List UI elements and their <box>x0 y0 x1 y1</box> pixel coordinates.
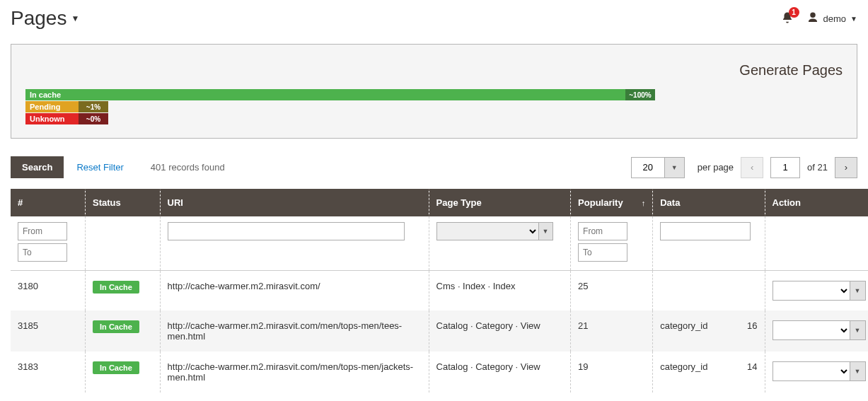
row-action-select[interactable] <box>772 361 850 381</box>
cell-uri: http://cache-warmer.m2.mirasvit.com/men/… <box>160 351 429 393</box>
table-row: 3185 In Cache http://cache-warmer.m2.mir… <box>11 310 868 351</box>
prev-page-button[interactable]: ‹ <box>741 157 763 178</box>
notification-count-badge: 1 <box>789 7 799 18</box>
generate-panel: Generate Pages In cache ~100% Pending ~1… <box>11 44 857 139</box>
cell-status: In Cache <box>86 271 161 311</box>
caret-down-icon: ▼ <box>855 368 861 375</box>
filter-page-type-caret[interactable]: ▼ <box>539 222 553 240</box>
page-number-input[interactable] <box>770 157 800 178</box>
status-badge: In Cache <box>93 361 139 374</box>
cell-data: category_id 16 <box>653 310 765 351</box>
cell-id: 3183 <box>11 351 86 393</box>
filter-pop-to[interactable] <box>578 243 627 262</box>
cell-page-type: Catalog · Category · View <box>429 351 571 393</box>
filter-id-to[interactable] <box>18 243 67 262</box>
chevron-left-icon: ‹ <box>751 162 753 173</box>
title-dropdown-caret-icon: ▼ <box>71 13 79 23</box>
filter-pop-from[interactable] <box>578 222 627 240</box>
header-right: 1 demo ▼ <box>781 11 857 26</box>
data-val: 16 <box>747 320 757 331</box>
cell-status: In Cache <box>86 351 161 393</box>
data-key: category_id <box>660 320 707 331</box>
page-title-area[interactable]: Pages ▼ <box>11 7 79 30</box>
per-page-label: per page <box>698 162 734 173</box>
bar-unknown-label: Unknown <box>30 115 65 123</box>
search-button[interactable]: Search <box>11 156 64 178</box>
col-header-status[interactable]: Status <box>86 189 161 216</box>
reset-filter-link[interactable]: Reset Filter <box>76 162 123 173</box>
per-page-selector: ▼ <box>631 157 685 178</box>
cell-page-type: Catalog · Category · View <box>429 310 571 351</box>
user-icon <box>806 11 819 26</box>
col-header-action[interactable]: Action <box>765 189 868 216</box>
table-row: 3183 In Cache http://cache-warmer.m2.mir… <box>11 351 868 393</box>
filter-id-from[interactable] <box>18 222 67 240</box>
chevron-right-icon: › <box>845 162 847 173</box>
status-bars: In cache ~100% Pending ~1% Unknown ~0% <box>25 89 662 124</box>
bar-pending: Pending ~1% <box>25 101 662 112</box>
col-header-id[interactable]: # <box>11 189 86 216</box>
data-val: 14 <box>747 361 757 372</box>
cell-page-type: Cms · Index · Index <box>429 271 571 311</box>
next-page-button[interactable]: › <box>835 157 857 178</box>
bar-pending-pct: ~1% <box>79 101 108 112</box>
caret-down-icon: ▼ <box>855 287 861 294</box>
col-header-page-type[interactable]: Page Type <box>429 189 571 216</box>
cell-uri: http://cache-warmer.m2.mirasvit.com/men/… <box>160 310 429 351</box>
col-header-popularity[interactable]: Popularity↑ <box>571 189 653 216</box>
bar-in-cache-label: In cache <box>30 91 61 99</box>
cell-data <box>653 271 765 311</box>
table-row: 3180 In Cache http://cache-warmer.m2.mir… <box>11 271 868 311</box>
row-action-caret[interactable]: ▼ <box>850 281 866 301</box>
row-action-select[interactable] <box>772 281 850 301</box>
grid-controls: Search Reset Filter 401 records found ▼ … <box>0 139 868 189</box>
page-header: Pages ▼ 1 demo ▼ <box>0 0 868 44</box>
cell-uri: http://cache-warmer.m2.mirasvit.com/ <box>160 271 429 311</box>
per-page-input[interactable] <box>631 157 665 178</box>
row-action-select[interactable] <box>772 320 850 340</box>
user-caret-icon: ▼ <box>850 15 857 23</box>
filter-data-input[interactable] <box>660 222 751 240</box>
data-key: category_id <box>660 361 707 372</box>
caret-down-icon: ▼ <box>855 327 861 334</box>
bar-pending-label: Pending <box>30 103 60 111</box>
records-found-text: 401 records found <box>151 162 225 173</box>
cell-popularity: 25 <box>571 271 653 311</box>
cell-status: In Cache <box>86 310 161 351</box>
bar-in-cache-pct: ~100% <box>625 89 655 100</box>
col-header-data[interactable]: Data <box>653 189 765 216</box>
filter-row: ▼ <box>11 216 868 271</box>
notifications-button[interactable]: 1 <box>781 11 794 26</box>
bar-unknown: Unknown ~0% <box>25 113 662 124</box>
row-action-caret[interactable]: ▼ <box>850 320 866 340</box>
cell-action: ▼ <box>765 310 868 351</box>
user-name: demo <box>823 13 847 24</box>
status-badge: In Cache <box>93 281 139 294</box>
caret-down-icon: ▼ <box>543 228 549 235</box>
page-title: Pages <box>11 7 66 30</box>
bar-unknown-pct: ~0% <box>79 113 108 124</box>
user-menu-button[interactable]: demo ▼ <box>806 11 857 26</box>
page-of-label: of 21 <box>807 162 828 173</box>
status-badge: In Cache <box>93 320 139 333</box>
cell-id: 3180 <box>11 271 86 311</box>
cell-data: category_id 14 <box>653 351 765 393</box>
caret-down-icon: ▼ <box>671 164 678 171</box>
generate-pages-link[interactable]: Generate Pages <box>739 62 843 78</box>
cell-popularity: 21 <box>571 310 653 351</box>
sort-asc-icon: ↑ <box>642 199 646 207</box>
pages-grid: # Status URI Page Type Popularity↑ Data … <box>11 189 868 393</box>
row-action-caret[interactable]: ▼ <box>850 361 866 381</box>
col-header-uri[interactable]: URI <box>160 189 429 216</box>
bar-in-cache: In cache ~100% <box>25 89 662 100</box>
cell-popularity: 19 <box>571 351 653 393</box>
cell-action: ▼ <box>765 351 868 393</box>
filter-page-type-select[interactable] <box>436 222 539 240</box>
cell-id: 3185 <box>11 310 86 351</box>
cell-action: ▼ <box>765 271 868 311</box>
per-page-dropdown-button[interactable]: ▼ <box>665 157 685 178</box>
filter-uri-input[interactable] <box>168 222 405 240</box>
